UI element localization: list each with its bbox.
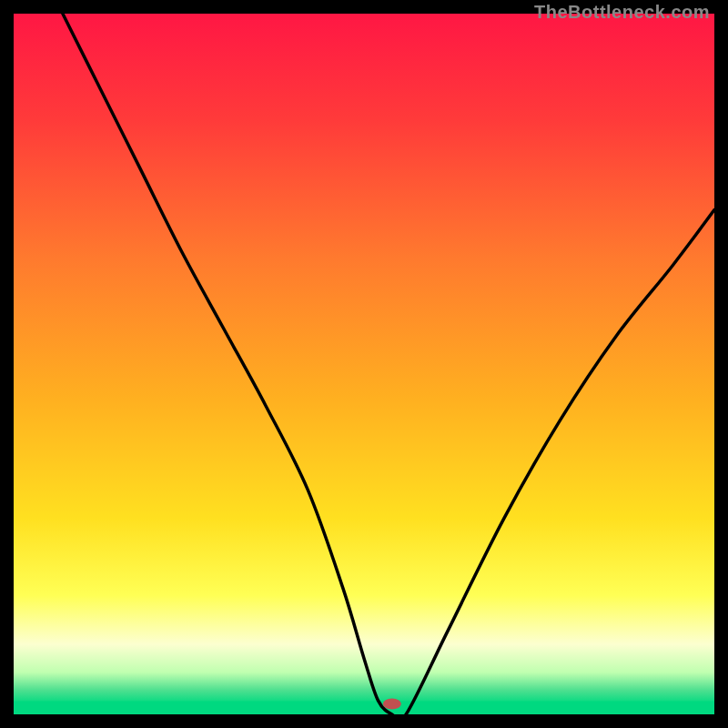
chart-svg xyxy=(14,14,714,714)
chart-container: TheBottleneck.com xyxy=(0,0,728,728)
plot-area xyxy=(14,14,714,714)
gradient-background xyxy=(14,14,714,714)
optimal-marker xyxy=(383,698,401,709)
watermark-text: TheBottleneck.com xyxy=(534,2,710,23)
